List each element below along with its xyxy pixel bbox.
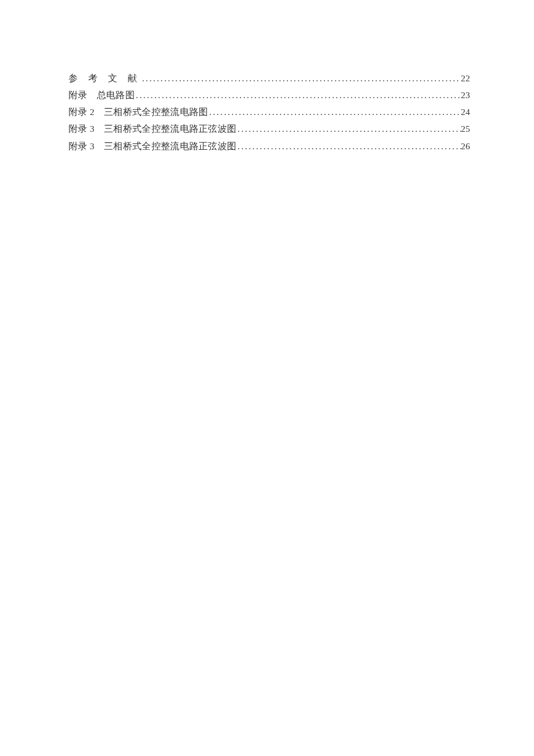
toc-leader-dots bbox=[135, 87, 461, 103]
toc-page-number: 25 bbox=[461, 120, 470, 137]
toc-entry: 参 考 文 献 22 bbox=[68, 70, 470, 87]
toc-leader-dots bbox=[236, 120, 461, 137]
toc-page-number: 22 bbox=[461, 70, 470, 87]
table-of-contents: 参 考 文 献 22 附录 总电路图 23 附录 2 三相桥式全控整流电路图 2… bbox=[68, 70, 470, 154]
toc-entry: 附录 总电路图 23 bbox=[68, 87, 470, 103]
toc-leader-dots bbox=[236, 138, 461, 154]
toc-page-number: 23 bbox=[461, 87, 470, 103]
toc-title: 参 考 文 献 bbox=[68, 70, 141, 87]
toc-title: 附录 3 三相桥式全控整流电路正弦波图 bbox=[68, 120, 236, 137]
toc-page-number: 26 bbox=[461, 138, 470, 154]
toc-entry: 附录 3 三相桥式全控整流电路正弦波图 25 bbox=[68, 120, 470, 137]
toc-title: 附录 总电路图 bbox=[68, 87, 135, 103]
toc-entry: 附录 3 三相桥式全控整流电路正弦波图 26 bbox=[68, 138, 470, 154]
toc-title: 附录 2 三相桥式全控整流电路图 bbox=[68, 103, 208, 120]
toc-leader-dots bbox=[141, 70, 461, 87]
toc-title: 附录 3 三相桥式全控整流电路正弦波图 bbox=[68, 138, 236, 154]
toc-page-number: 24 bbox=[461, 103, 470, 120]
toc-entry: 附录 2 三相桥式全控整流电路图 24 bbox=[68, 103, 470, 120]
toc-leader-dots bbox=[208, 103, 460, 120]
